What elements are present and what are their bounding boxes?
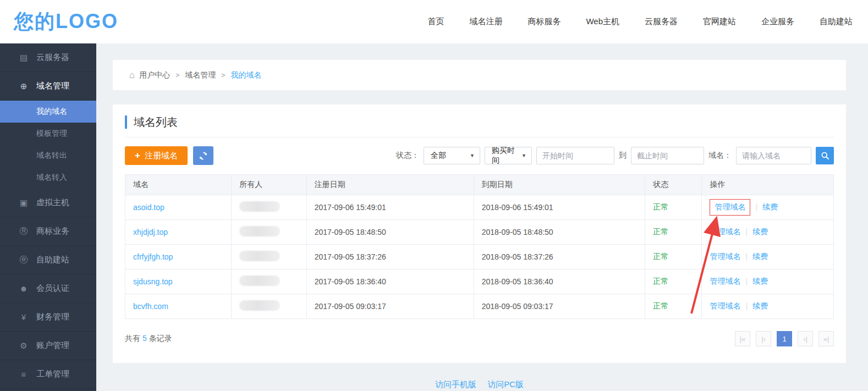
plus-icon: + (135, 150, 140, 161)
table-header-row: 域名 所有人 注册日期 到期日期 状态 操作 (125, 175, 834, 195)
expiry-date: 2018-09-05 18:36:40 (474, 269, 645, 294)
manage-domain-link[interactable]: 管理域名 (710, 301, 740, 310)
top-nav: 首页 域名注册 商标服务 Web主机 云服务器 官网建站 企业服务 自助建站 (427, 16, 853, 27)
status-badge: 正常 (653, 202, 668, 211)
table-row: cfrfyjfgh.top 2017-09-05 18:37:26 2018-0… (125, 245, 834, 269)
globe-icon: ⊕ (18, 81, 29, 91)
domain-link[interactable]: bcvfh.com (133, 302, 168, 311)
sidebar-item-ticket-management[interactable]: ≡ 工单管理 (0, 360, 96, 389)
pagination-first-button[interactable]: |« (735, 331, 750, 346)
search-button[interactable] (816, 147, 834, 164)
sidebar-item-virtual-hosting[interactable]: ▣ 虚拟主机 (0, 189, 96, 217)
sidebar-item-label: 会员认证 (36, 283, 69, 294)
status-badge: 正常 (653, 301, 668, 310)
breadcrumb-user-center[interactable]: 用户中心 (139, 70, 170, 80)
table-row: bcvfh.com 2017-09-05 09:03:17 2018-09-05… (125, 294, 834, 319)
table-row: xhjdjdj.top 2017-09-05 18:48:50 2018-09-… (125, 220, 834, 245)
manage-domain-link[interactable]: 管理域名 (715, 202, 745, 211)
manage-domain-link[interactable]: 管理域名 (710, 227, 740, 236)
nav-website-builder[interactable]: 官网建站 (703, 16, 736, 27)
sidebar-item-label: 工单管理 (36, 369, 69, 379)
nav-self-service-site[interactable]: 自助建站 (820, 16, 853, 27)
sidebar: ▤ 云服务器 ⊕ 域名管理 我的域名 模板管理 域名转出 域名转入 ▣ 虚拟主机 (0, 43, 96, 391)
pagination-prev-button[interactable]: |‹ (756, 331, 771, 346)
sidebar-item-label: 云服务器 (36, 52, 69, 63)
renew-link[interactable]: 续费 (752, 252, 768, 261)
pagination-last-button[interactable]: »| (818, 331, 834, 346)
page-footer: 访问手机版 访问PC版 (113, 379, 846, 390)
owner-redacted (239, 201, 280, 212)
nav-domain-register[interactable]: 域名注册 (469, 16, 502, 27)
sidebar-item-finance-management[interactable]: ¥ 财务管理 (0, 303, 96, 332)
sidebar-item-self-service-site[interactable]: ⓔ 自助建站 (0, 246, 96, 274)
sidebar-item-member-verification[interactable]: ☻ 会员认证 (0, 274, 96, 303)
col-header-registration-date: 注册日期 (306, 175, 474, 195)
sidebar-item-account-management[interactable]: ⚙ 账户管理 (0, 332, 96, 360)
register-domain-button[interactable]: + 注册域名 (125, 146, 188, 165)
ticket-icon: ≡ (18, 370, 29, 379)
breadcrumb-my-domains: 我的域名 (230, 70, 261, 80)
pc-version-link[interactable]: 访问PC版 (487, 379, 524, 389)
domain-link[interactable]: xhjdjdj.top (133, 228, 168, 236)
pagination-page-1[interactable]: 1 (777, 331, 792, 346)
owner-redacted (239, 300, 280, 311)
breadcrumb-domain-management[interactable]: 域名管理 (185, 70, 216, 80)
expiry-date: 2018-09-05 18:37:26 (474, 245, 645, 269)
domain-link[interactable]: asoid.top (133, 203, 164, 212)
nav-enterprise-service[interactable]: 企业服务 (761, 16, 794, 27)
home-icon: ⌂ (129, 70, 135, 81)
domain-link[interactable]: sjdusng.top (133, 277, 173, 286)
domain-submenu: 我的域名 模板管理 域名转出 域名转入 (0, 101, 96, 189)
sidebar-item-label: 自助建站 (36, 255, 69, 265)
gear-icon: ⚙ (18, 341, 29, 351)
submenu-item-my-domains[interactable]: 我的域名 (0, 101, 96, 123)
owner-redacted (239, 276, 280, 286)
refresh-button[interactable] (193, 146, 213, 165)
domain-search-input[interactable] (736, 147, 811, 164)
domain-link[interactable]: cfrfyjfgh.top (133, 252, 173, 261)
col-header-action: 操作 (702, 175, 834, 195)
submenu-item-domain-transfer-in[interactable]: 域名转入 (0, 167, 96, 189)
sidebar-item-trademark-business[interactable]: Ⓡ 商标业务 (0, 217, 96, 246)
sitebuilder-icon: ⓔ (18, 255, 29, 265)
sidebar-item-domain-management[interactable]: ⊕ 域名管理 (0, 72, 96, 101)
sidebar-item-label: 虚拟主机 (36, 197, 69, 208)
manage-domain-link[interactable]: 管理域名 (710, 277, 740, 285)
start-date-input[interactable] (536, 147, 614, 164)
record-count-number: 5 (142, 334, 147, 343)
col-header-status: 状态 (645, 175, 702, 195)
registration-date: 2017-09-06 15:49:01 (306, 195, 474, 220)
manage-domain-link[interactable]: 管理域名 (710, 252, 740, 261)
mobile-version-link[interactable]: 访问手机版 (435, 379, 476, 389)
sidebar-item-label: 域名管理 (36, 81, 69, 91)
registration-date: 2017-09-05 18:37:26 (306, 245, 474, 269)
renew-link[interactable]: 续费 (752, 277, 768, 285)
server-icon: ▤ (18, 53, 29, 63)
submenu-item-domain-transfer-out[interactable]: 域名转出 (0, 145, 96, 167)
nav-web-hosting[interactable]: Web主机 (586, 16, 619, 27)
sidebar-item-cloud-server[interactable]: ▤ 云服务器 (0, 43, 96, 72)
time-type-select[interactable]: 购买时间 ▼ (485, 147, 532, 164)
col-header-owner: 所有人 (232, 175, 307, 195)
nav-home[interactable]: 首页 (427, 16, 444, 27)
owner-redacted (239, 226, 280, 236)
yen-icon: ¥ (18, 312, 29, 322)
renew-link[interactable]: 续费 (762, 202, 778, 211)
refresh-icon (199, 151, 208, 161)
col-header-expiry-date: 到期日期 (474, 175, 645, 195)
status-select[interactable]: 全部 ▼ (424, 147, 480, 164)
nav-trademark-service[interactable]: 商标服务 (528, 16, 561, 27)
renew-link[interactable]: 续费 (752, 227, 768, 236)
sidebar-item-label: 商标业务 (36, 226, 69, 236)
panel-footer: 共有5条记录 |« |‹ 1 ›| »| (125, 331, 834, 346)
pagination-next-button[interactable]: ›| (798, 331, 813, 346)
host-icon: ▣ (18, 198, 29, 208)
record-count: 共有5条记录 (125, 334, 172, 344)
status-badge: 正常 (653, 227, 668, 236)
end-date-input[interactable] (631, 147, 704, 164)
submenu-item-template-management[interactable]: 模板管理 (0, 123, 96, 145)
nav-cloud-server[interactable]: 云服务器 (645, 16, 678, 27)
filter-bar: 状态： 全部 ▼ 购买时间 ▼ 到 域名： (396, 147, 834, 164)
registration-date: 2017-09-05 18:48:50 (306, 220, 474, 245)
renew-link[interactable]: 续费 (752, 301, 768, 310)
